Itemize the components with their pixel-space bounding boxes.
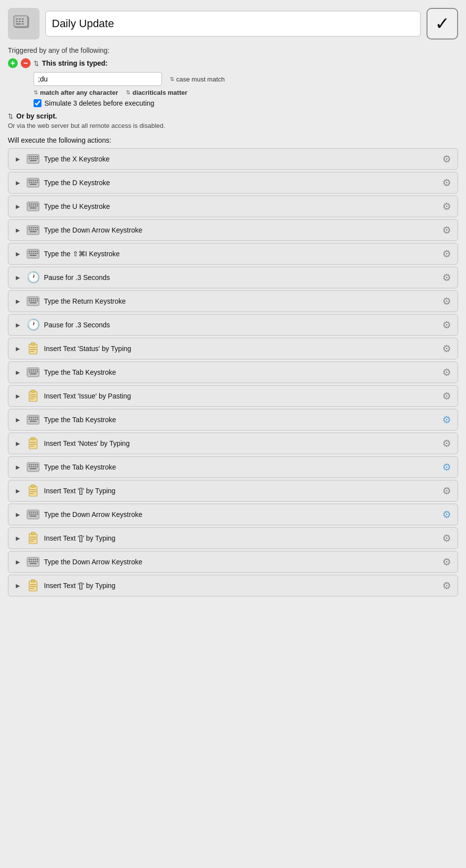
- svg-rect-2: [16, 18, 18, 20]
- svg-rect-77: [31, 300, 32, 302]
- gear-icon[interactable]: ⚙: [441, 295, 453, 307]
- play-button[interactable]: ▶: [13, 344, 22, 353]
- add-trigger-button[interactable]: +: [8, 58, 18, 68]
- simulate-deletes-row: Simulate 3 deletes before executing: [34, 99, 458, 107]
- svg-rect-137: [30, 493, 34, 494]
- svg-rect-132: [30, 468, 37, 470]
- keyboard-icon: [26, 152, 40, 166]
- action-row: ▶ Type the X Keystroke⚙: [8, 148, 458, 170]
- svg-rect-157: [31, 559, 32, 560]
- play-button[interactable]: ▶: [13, 202, 22, 211]
- svg-rect-68: [37, 253, 38, 254]
- clipboard-icon: [26, 389, 40, 403]
- gear-icon[interactable]: ⚙: [441, 556, 453, 568]
- gear-icon[interactable]: ⚙: [441, 272, 453, 283]
- gear-icon[interactable]: ⚙: [441, 200, 453, 212]
- play-button[interactable]: ▶: [13, 368, 22, 377]
- match-option[interactable]: ⇅ match after any character: [34, 89, 118, 96]
- svg-rect-109: [37, 417, 38, 418]
- gear-icon[interactable]: ⚙: [441, 509, 453, 520]
- keyboard-icon: [26, 413, 40, 427]
- simulate-checkbox[interactable]: [34, 99, 41, 107]
- web-server-text: Or via the web server but all remote acc…: [8, 122, 458, 129]
- action-row: ▶🕐Pause for .3 Seconds⚙: [8, 267, 458, 288]
- action-text: Type the Tab Keystroke: [44, 463, 437, 471]
- play-button[interactable]: ▶: [13, 320, 22, 329]
- play-button[interactable]: ▶: [13, 297, 22, 306]
- svg-rect-108: [35, 417, 36, 418]
- gear-icon[interactable]: ⚙: [441, 248, 453, 260]
- app-icon: [8, 8, 39, 39]
- svg-rect-24: [31, 180, 32, 181]
- clock-icon: 🕐: [26, 318, 40, 332]
- trigger-updown[interactable]: ⇅: [34, 60, 39, 67]
- play-button[interactable]: ▶: [13, 581, 22, 590]
- svg-rect-154: [30, 541, 34, 542]
- svg-rect-168: [31, 580, 35, 582]
- gear-icon[interactable]: ⚙: [441, 390, 453, 402]
- svg-rect-50: [35, 227, 36, 229]
- gear-icon[interactable]: ⚙: [441, 224, 453, 236]
- play-button[interactable]: ▶: [13, 415, 22, 424]
- svg-rect-165: [37, 561, 38, 562]
- play-button[interactable]: ▶: [13, 557, 22, 566]
- svg-rect-106: [31, 417, 32, 418]
- gear-icon[interactable]: ⚙: [441, 177, 453, 189]
- svg-rect-4: [22, 18, 24, 20]
- play-button[interactable]: ▶: [13, 510, 22, 519]
- svg-rect-62: [35, 251, 36, 252]
- clipboard-icon: [26, 579, 40, 592]
- action-text: Insert Text 'Issue' by Pasting: [44, 392, 437, 400]
- keyboard-icon: [26, 508, 40, 521]
- or-script-updown[interactable]: ⇅: [8, 113, 13, 120]
- play-button[interactable]: ▶: [13, 249, 22, 258]
- gear-icon[interactable]: ⚙: [441, 366, 453, 378]
- gear-icon[interactable]: ⚙: [441, 532, 453, 544]
- play-button[interactable]: ▶: [13, 226, 22, 235]
- gear-icon[interactable]: ⚙: [441, 414, 453, 426]
- svg-rect-126: [37, 464, 38, 466]
- play-button[interactable]: ▶: [13, 392, 22, 400]
- action-text: Type the Down Arrow Keystroke: [44, 558, 437, 566]
- svg-rect-100: [31, 390, 35, 393]
- remove-trigger-button[interactable]: −: [21, 58, 31, 68]
- svg-rect-144: [29, 513, 30, 515]
- trigger-string-input[interactable]: [34, 72, 162, 86]
- gear-icon[interactable]: ⚙: [441, 343, 453, 355]
- play-button[interactable]: ▶: [13, 486, 22, 495]
- play-button[interactable]: ▶: [13, 273, 22, 282]
- play-button[interactable]: ▶: [13, 178, 22, 187]
- svg-rect-55: [35, 229, 36, 231]
- trigger-details: ⇅ case must match ⇅ match after any char…: [34, 72, 458, 107]
- svg-rect-119: [30, 444, 36, 445]
- action-text: Pause for .3 Seconds: [44, 321, 437, 329]
- svg-rect-114: [37, 419, 38, 420]
- svg-rect-96: [35, 371, 36, 373]
- svg-rect-53: [31, 229, 32, 231]
- svg-rect-151: [31, 532, 35, 535]
- action-row: ▶ Insert Text 'Issue' by Pasting⚙: [8, 385, 458, 407]
- play-button[interactable]: ▶: [13, 439, 22, 448]
- svg-rect-141: [33, 512, 34, 513]
- action-row: ▶ Insert Text '[]' by Typing⚙: [8, 527, 458, 549]
- gear-icon[interactable]: ⚙: [441, 153, 453, 165]
- gear-icon[interactable]: ⚙: [441, 485, 453, 497]
- checkmark-button[interactable]: ✓: [427, 8, 458, 39]
- trigger-match-row: ⇅ match after any character ⇅ diacritica…: [34, 89, 458, 96]
- gear-icon[interactable]: ⚙: [441, 437, 453, 449]
- action-text: Type the Down Arrow Keystroke: [44, 226, 437, 234]
- gear-icon[interactable]: ⚙: [441, 580, 453, 592]
- gear-icon[interactable]: ⚙: [441, 319, 453, 331]
- play-button[interactable]: ▶: [13, 463, 22, 472]
- svg-rect-29: [31, 182, 32, 183]
- svg-rect-159: [35, 559, 36, 560]
- title-input[interactable]: [45, 11, 421, 37]
- play-button[interactable]: ▶: [13, 155, 22, 163]
- case-option[interactable]: ⇅ case must match: [170, 76, 225, 83]
- svg-rect-41: [31, 205, 32, 207]
- gear-icon[interactable]: ⚙: [441, 461, 453, 473]
- svg-rect-64: [29, 253, 30, 254]
- diacriticals-option[interactable]: ⇅ diacriticals matter: [126, 89, 187, 96]
- play-button[interactable]: ▶: [13, 534, 22, 543]
- action-text: Insert Text 'Notes' by Typing: [44, 439, 437, 447]
